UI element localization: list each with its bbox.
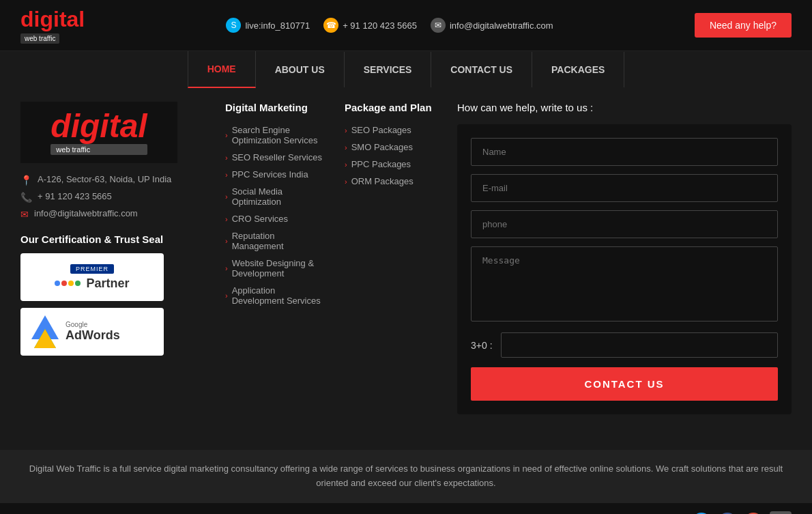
nav-about[interactable]: ABOUT US — [256, 52, 345, 87]
header-contacts: S live:info_810771 ☎ + 91 120 423 5665 ✉… — [226, 18, 553, 33]
list-item[interactable]: ›SEO Packages — [345, 122, 444, 139]
arrow-icon: › — [225, 291, 228, 300]
arrow-icon: › — [345, 143, 347, 152]
google-partner-badge: PREMIER Partner — [20, 253, 164, 301]
gp-dots — [55, 281, 81, 286]
aw-text: Google AdWords — [66, 321, 120, 343]
arrow-icon: › — [345, 126, 347, 134]
contact-form: 3+0 : CONTACT US — [457, 124, 792, 414]
phone-icon: ☎ — [323, 18, 338, 33]
scroll-to-top-button[interactable]: ▲ — [770, 511, 792, 514]
nav-packages[interactable]: PACKAGES — [532, 52, 624, 87]
phone-item: 📞 + 91 120 423 5665 — [20, 191, 212, 203]
list-item[interactable]: ›SEO Reseller Services — [225, 149, 324, 166]
dm-item-6: Reputation Management — [232, 231, 324, 251]
social-icons: t f g+ ▲ — [692, 511, 792, 514]
digital-marketing-section: Digital Marketing ›Search Engine Optimiz… — [225, 102, 324, 309]
phone-addr-icon: 📞 — [20, 192, 32, 203]
dm-item-8: Application Development Services — [232, 285, 324, 306]
gp-dot-red — [61, 281, 67, 286]
phone-addr-text: + 91 120 423 5665 — [38, 191, 112, 201]
left-column: digital web traffic 📍 A-126, Sector-63, … — [20, 102, 212, 436]
list-item[interactable]: ›Social Media Optimization — [225, 183, 324, 210]
help-button[interactable]: Need any help? — [695, 13, 792, 38]
skype-icon: S — [226, 18, 241, 33]
nav-home[interactable]: HOME — [188, 51, 256, 88]
site-header: digital web traffic S live:info_810771 ☎… — [0, 0, 812, 51]
email-icon: ✉ — [431, 18, 446, 33]
main-nav: HOME ABOUT US SERVICES CONTACT US PACKAG… — [0, 51, 812, 88]
logo: digital web traffic — [20, 7, 85, 44]
captcha-row: 3+0 : — [471, 332, 778, 358]
big-logo-wt: web traffic — [50, 144, 147, 155]
footer-desc-text: Digital Web Traffic is a full service di… — [20, 462, 792, 491]
list-item[interactable]: ›SMO Packages — [345, 139, 444, 156]
email-addr-icon: ✉ — [20, 209, 29, 220]
nav-contact[interactable]: CONTACT US — [431, 52, 532, 87]
middle-column: Digital Marketing ›Search Engine Optimiz… — [225, 102, 444, 436]
footer-description: Digital Web Traffic is a full service di… — [0, 450, 812, 503]
submit-button[interactable]: CONTACT US — [471, 367, 778, 401]
pp-item-4: ORM Packages — [351, 176, 414, 186]
footer-bottom: Copyright © 2020 DigitalWebTraffic.com. … — [0, 503, 812, 514]
main-content: digital web traffic 📍 A-126, Sector-63, … — [0, 88, 812, 450]
skype-contact: S live:info_810771 — [226, 18, 310, 33]
captcha-input[interactable] — [501, 332, 778, 358]
big-logo: digital web traffic — [20, 102, 177, 163]
gp-container: PREMIER Partner — [55, 264, 129, 291]
dm-item-7: Website Designing & Development — [232, 258, 324, 279]
package-plan-section: Package and Plan ›SEO Packages ›SMO Pack… — [345, 102, 444, 309]
address-section: 📍 A-126, Sector-63, Noida, UP India 📞 + … — [20, 174, 212, 220]
gp-dot-yellow — [68, 281, 74, 286]
pp-item-2: SMO Packages — [351, 142, 413, 152]
list-item[interactable]: ›Application Development Services — [225, 282, 324, 309]
right-column: How can we help, write to us : 3+0 : CON… — [457, 102, 792, 436]
email-item: ✉ info@digitalwebtraffic.com — [20, 208, 212, 220]
arrow-icon: › — [225, 215, 228, 223]
gp-partner-word: Partner — [86, 276, 129, 291]
list-item[interactable]: ›ORM Packages — [345, 173, 444, 190]
package-plan-title: Package and Plan — [345, 102, 444, 113]
message-textarea[interactable] — [471, 246, 778, 322]
arrow-icon: › — [225, 131, 228, 139]
address-text: A-126, Sector-63, Noida, UP India — [38, 174, 171, 184]
email-addr-text: info@digitalwebtraffic.com — [34, 208, 138, 218]
dm-item-2: SEO Reseller Services — [232, 152, 322, 162]
list-item[interactable]: ›Reputation Management — [225, 227, 324, 255]
dm-item-3: PPC Services India — [232, 169, 308, 180]
gp-logo-row: Partner — [55, 276, 129, 291]
arrow-icon: › — [225, 171, 228, 179]
gp-dot-blue — [55, 281, 60, 286]
email-text: info@digitalwebtraffic.com — [450, 20, 553, 31]
dm-item-4: Social Media Optimization — [232, 186, 324, 207]
list-item[interactable]: ›Website Designing & Development — [225, 255, 324, 282]
aw-adwords-text: AdWords — [66, 328, 120, 343]
digital-marketing-list: ›Search Engine Optimization Services ›SE… — [225, 122, 324, 309]
email-input[interactable] — [471, 174, 778, 202]
location-icon: 📍 — [20, 175, 32, 186]
pp-item-3: PPC Packages — [351, 159, 411, 169]
arrow-icon: › — [225, 237, 228, 245]
pp-item-1: SEO Packages — [351, 125, 411, 135]
list-item[interactable]: ›Search Engine Optimization Services — [225, 122, 324, 149]
cert-title: Our Certification & Trust Seal — [20, 233, 212, 245]
gp-premier-label: PREMIER — [70, 264, 114, 274]
phone-contact: ☎ + 91 120 423 5665 — [323, 18, 417, 33]
skype-text: live:info_810771 — [245, 20, 310, 31]
big-logo-digital: digital — [50, 110, 147, 143]
name-input[interactable] — [471, 138, 778, 166]
list-item[interactable]: ›PPC Packages — [345, 156, 444, 173]
gp-dot-green — [75, 281, 81, 286]
aw-triangle-yellow — [34, 329, 56, 348]
links-section: Digital Marketing ›Search Engine Optimiz… — [225, 102, 444, 309]
phone-text: + 91 120 423 5665 — [343, 20, 417, 31]
dm-item-5: CRO Services — [232, 214, 288, 224]
aw-container: Google AdWords — [31, 315, 120, 348]
list-item[interactable]: ›PPC Services India — [225, 166, 324, 183]
arrow-icon: › — [345, 177, 347, 186]
phone-input[interactable] — [471, 210, 778, 238]
nav-services[interactable]: SERVICES — [345, 52, 432, 87]
captcha-label: 3+0 : — [471, 340, 493, 351]
arrow-icon: › — [225, 192, 228, 201]
list-item[interactable]: ›CRO Services — [225, 210, 324, 227]
